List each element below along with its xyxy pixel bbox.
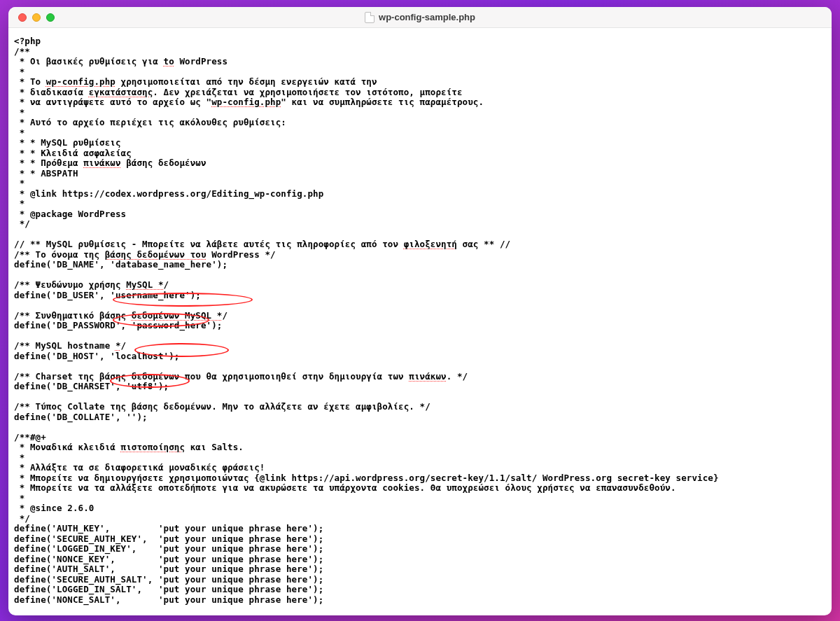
editor-content-area[interactable]: <?php /** * Οι βασικές ρυθμίσεις για to … <box>8 28 832 615</box>
misspell: πινάκων <box>83 158 120 168</box>
define-db-password: define('DB_PASSWORD', 'password_here'); <box>14 320 222 330</box>
titlebar: wp-config-sample.php <box>8 7 832 28</box>
misspell: to <box>164 56 174 67</box>
misspell: φιλοξενητή <box>404 239 457 249</box>
misspell: * <box>115 340 121 351</box>
editor-window: wp-config-sample.php <?php /** * Οι βασι… <box>8 7 832 615</box>
file-icon <box>365 12 374 23</box>
define-db-host: define('DB_HOST', 'localhost'); <box>14 351 179 361</box>
window-title-text: wp-config-sample.php <box>379 12 475 22</box>
misspell: wp-config.php <box>211 97 281 107</box>
misspell: πιστοποίησης <box>121 442 186 452</box>
source-code[interactable]: <?php /** * Οι βασικές ρυθμίσεις για to … <box>14 36 826 605</box>
zoom-button-icon[interactable] <box>46 13 55 22</box>
misspell: MySQL * <box>126 279 163 290</box>
misspell: δεδομένων MySQL * <box>132 310 223 321</box>
misspell: βάσης δεδομένων του <box>105 249 206 260</box>
window-title: wp-config-sample.php <box>8 12 832 23</box>
define-db-user: define('DB_USER', 'username_here'); <box>14 290 201 300</box>
misspell: εγκατάστασης <box>89 87 153 97</box>
misspell: wp-config.php <box>46 76 115 87</box>
traffic-lights <box>8 13 55 22</box>
close-button-icon[interactable] <box>18 13 27 22</box>
misspell: πινάκων <box>409 371 446 382</box>
minimize-button-icon[interactable] <box>32 13 41 22</box>
define-db-name: define('DB_NAME', 'database_name_here'); <box>14 259 227 270</box>
